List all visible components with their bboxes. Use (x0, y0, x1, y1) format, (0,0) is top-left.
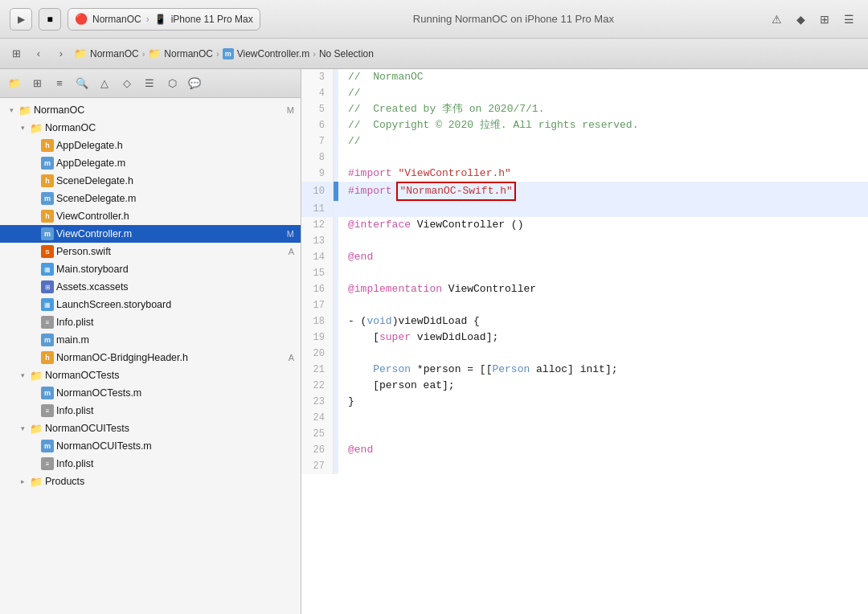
h-icon-viewcontroller: h (41, 210, 54, 223)
breakpoint-icon[interactable]: ⊞ (815, 10, 834, 29)
status-text: Running NormanOC on iPhone 11 Pro Max (413, 13, 614, 25)
tree-item-main-storyboard[interactable]: ▦ Main.storyboard (0, 260, 301, 278)
sidebar-diamond-icon[interactable]: ◇ (119, 76, 135, 92)
sidebar-warning-icon[interactable]: △ (96, 76, 113, 92)
tree-item-appdelegate-h[interactable]: h AppDelegate.h (0, 137, 301, 154)
tree-label-appdelegate-m: AppDelegate.m (56, 158, 125, 169)
code-line-11: 11 (301, 201, 868, 217)
line-num-6: 6 (301, 117, 334, 133)
tree-item-scenedelegate-m[interactable]: m SceneDelegate.m (0, 190, 301, 207)
tree-item-root[interactable]: 📁 NormanOC M (0, 101, 301, 119)
m-icon-appdelegate: m (41, 157, 54, 170)
tree-item-normanocu itests[interactable]: 📁 NormanOCUITests (0, 420, 301, 437)
tree-label-main-storyboard: Main.storyboard (56, 264, 129, 275)
sidebar-folder-icon[interactable]: 📁 (6, 76, 23, 92)
tree-item-info-plist[interactable]: ≡ Info.plist (0, 313, 301, 331)
line-content-18: - (void)viewDidLoad { (338, 313, 489, 330)
h-icon-scenedelegate: h (41, 174, 54, 187)
h-icon-bridging: h (41, 351, 54, 364)
line-content-15 (338, 265, 358, 281)
code-line-6: 6 // Copyright © 2020 拉维. All rights res… (301, 117, 868, 133)
device-label: iPhone 11 Pro Max (171, 14, 253, 25)
breadcrumb: 📁 NormanOC › 📁 NormanOC › m ViewControll… (74, 47, 374, 59)
warning-icon-btn[interactable]: ⚠ (767, 10, 786, 29)
stop-button[interactable]: ■ (39, 8, 61, 31)
device-icon: 📱 (154, 14, 166, 25)
sidebar-grid-icon[interactable]: ⊞ (29, 76, 45, 92)
m-icon-normanoctests: m (41, 387, 54, 399)
tree-item-normanoctests[interactable]: 📁 NormanOCTests (0, 366, 301, 384)
breadcrumb-item-1[interactable]: 📁 NormanOC (74, 47, 139, 59)
disclosure-normanoc uitests[interactable] (18, 424, 27, 433)
tree-item-launchscreen[interactable]: ▦ LaunchScreen.storyboard (0, 296, 301, 313)
code-line-14: 14 @end (301, 249, 868, 265)
tree-label-info-plist: Info.plist (56, 317, 94, 328)
tree-item-info-plist-uitests[interactable]: ≡ Info.plist (0, 455, 301, 473)
storyboard-icon-main: ▦ (41, 263, 54, 276)
tree-label-assets: Assets.xcassets (56, 281, 129, 293)
tree-item-person-swift[interactable]: S Person.swift A (0, 243, 301, 260)
tree-item-appdelegate-m[interactable]: m AppDelegate.m (0, 154, 301, 172)
breadcrumb-label-4: No Selection (319, 48, 374, 59)
disclosure-products[interactable] (18, 477, 27, 486)
tree-item-info-plist-tests[interactable]: ≡ Info.plist (0, 402, 301, 420)
disclosure-normanoc[interactable] (18, 123, 27, 133)
code-line-24: 24 (301, 410, 868, 426)
nav-forward[interactable]: › (51, 44, 71, 63)
badge-root: M (287, 105, 297, 115)
line-content-23: } (338, 394, 364, 410)
badge-person-swift: A (289, 247, 297, 256)
line-content-27 (338, 458, 358, 474)
tree-item-viewcontroller-m[interactable]: m ViewController.m M (0, 225, 301, 243)
line-num-7: 7 (301, 133, 334, 149)
line-num-16: 16 (301, 281, 334, 297)
disclosure-normanoctests[interactable] (18, 370, 27, 380)
sidebar-toolbar: 📁 ⊞ ≡ 🔍 △ ◇ ☰ ⬡ 💬 (0, 69, 301, 98)
tree-label-products: Products (45, 476, 84, 487)
sidebar-menu-icon[interactable]: ☰ (141, 76, 158, 92)
editor-mode-grid[interactable]: ⊞ (6, 44, 26, 63)
code-line-9: 9 #import "ViewController.h" (301, 166, 868, 182)
line-content-19: [super viewDidLoad]; (338, 330, 508, 346)
tree-item-normanoctests-m[interactable]: m NormanOCTests.m (0, 384, 301, 402)
breadcrumb-sep-3: › (313, 49, 316, 59)
source-control-icon[interactable]: ◆ (791, 10, 810, 29)
tree-item-viewcontroller-h[interactable]: h ViewController.h (0, 207, 301, 225)
code-line-20: 20 (301, 346, 868, 362)
code-line-4: 4 // (301, 85, 868, 101)
line-num-15: 15 (301, 265, 334, 281)
play-button[interactable]: ▶ (10, 8, 32, 31)
tree-item-scenedelegate-h[interactable]: h SceneDelegate.h (0, 172, 301, 190)
disclosure-root[interactable] (6, 105, 16, 115)
code-line-21: 21 Person *person = [[Person alloc] init… (301, 362, 868, 378)
sidebar-search-icon[interactable]: 🔍 (74, 76, 90, 92)
line-num-26: 26 (301, 442, 334, 458)
tree-item-normanoc uitests-m[interactable]: m NormanOCUITests.m (0, 437, 301, 455)
sidebar-tag-icon[interactable]: ⬡ (164, 76, 180, 92)
scheme-selector[interactable]: 🔴 NormanOC › 📱 iPhone 11 Pro Max (68, 8, 260, 31)
sidebar-list-icon[interactable]: ≡ (51, 76, 68, 92)
nav-back[interactable]: ‹ (29, 44, 48, 63)
line-num-14: 14 (301, 249, 334, 265)
code-editor[interactable]: 3 // NormanOC 4 // 5 // Created by 李伟 on… (301, 69, 868, 614)
line-content-8 (338, 149, 358, 166)
tree-label-viewcontroller-m: ViewController.m (56, 228, 132, 239)
breadcrumb-label-1: NormanOC (90, 48, 139, 59)
tree-label-root: NormanOC (34, 104, 84, 116)
tree-label-normanoctests: NormanOCTests (45, 370, 119, 381)
breadcrumb-item-2[interactable]: 📁 NormanOC (148, 47, 213, 59)
code-line-22: 22 [person eat]; (301, 378, 868, 394)
root-icon: 📁 (18, 104, 31, 117)
breadcrumb-item-3[interactable]: m ViewController.m (223, 48, 309, 59)
tree-item-assets[interactable]: ⊞ Assets.xcassets (0, 278, 301, 296)
inspector-icon[interactable]: ☰ (839, 10, 858, 29)
line-num-22: 22 (301, 378, 334, 394)
breadcrumb-item-4[interactable]: No Selection (319, 48, 374, 59)
folder-tests-icon: 📁 (30, 369, 43, 382)
tree-item-products[interactable]: 📁 Products (0, 473, 301, 490)
tree-item-bridging-header[interactable]: h NormanOC-BridgingHeader.h A (0, 349, 301, 366)
file-navigator: 📁 NormanOC M 📁 NormanOC h AppDelegate.h … (0, 98, 301, 614)
sidebar-chat-icon[interactable]: 💬 (186, 76, 203, 92)
tree-item-normanoc[interactable]: 📁 NormanOC (0, 119, 301, 137)
tree-item-main-m[interactable]: m main.m (0, 331, 301, 349)
